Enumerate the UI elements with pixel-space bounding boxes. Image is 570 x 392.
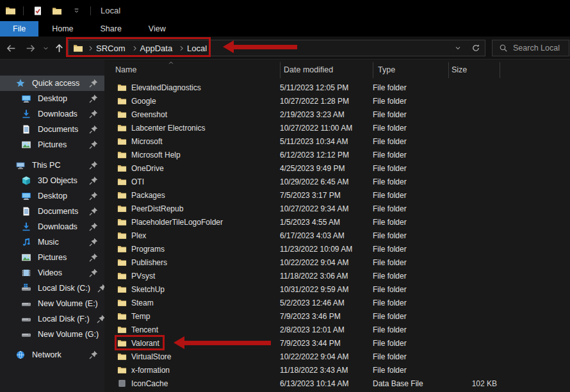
sidebar-item[interactable]: Downloads (0, 219, 104, 234)
file-row[interactable]: Microsoft 5/11/2023 10:34 AM File folder (104, 135, 570, 148)
sidebar-item[interactable]: Local Disk (F:) (0, 311, 104, 327)
file-row[interactable]: Google 10/27/2022 1:28 PM File folder (104, 94, 570, 108)
sidebar-item[interactable]: Quick access (0, 76, 104, 91)
pin-icon (88, 222, 99, 232)
breadcrumb-folder-icon (73, 43, 83, 53)
search-input[interactable] (513, 44, 564, 53)
sidebar-item-label: Music (38, 238, 59, 247)
folder-icon (117, 217, 127, 227)
chevron-right-icon (177, 44, 186, 53)
breadcrumb-item[interactable]: Local (174, 44, 209, 53)
file-name: Microsoft Help (131, 151, 181, 159)
pin-icon (88, 94, 99, 104)
file-row[interactable]: ElevatedDiagnostics 5/11/2023 12:05 PM F… (104, 81, 570, 94)
file-row[interactable]: Packages 7/5/2023 3:17 PM File folder (104, 188, 570, 202)
forward-button[interactable] (24, 42, 36, 54)
ribbon-tab[interactable]: Home (38, 21, 86, 37)
ribbon-tab-bar: File Home Share View (0, 21, 570, 37)
sidebar-item[interactable]: Documents (0, 122, 104, 137)
file-row[interactable]: Steam 5/2/2023 12:46 AM File folder (104, 296, 570, 309)
folder-icon (117, 352, 127, 361)
breadcrumb-label: AppData (140, 44, 173, 53)
sidebar-item-label: Quick access (32, 79, 79, 88)
music-icon (21, 237, 31, 247)
file-row[interactable]: SketchUp 10/31/2022 9:59 AM File folder (104, 282, 570, 296)
file-row[interactable]: Temp 7/9/2023 3:46 PM File folder (104, 309, 570, 323)
sidebar-item-label: Videos (38, 268, 62, 277)
sidebar-item-label: 3D Objects (38, 176, 77, 185)
file-date-modified: 2/19/2023 3:23 AM (280, 110, 373, 119)
sidebar-item[interactable]: Pictures (0, 137, 104, 152)
address-history-dropdown-button[interactable] (449, 40, 467, 56)
column-header-type[interactable]: Type (378, 65, 395, 74)
sidebar-item[interactable]: Videos (0, 265, 104, 281)
refresh-button[interactable] (467, 40, 485, 56)
file-row[interactable]: Plex 6/17/2023 4:03 AM File folder (104, 229, 570, 242)
file-row[interactable]: Greenshot 2/19/2023 3:23 AM File folder (104, 108, 570, 121)
sidebar-item[interactable]: Pictures (0, 250, 104, 265)
folder-icon (117, 150, 127, 159)
pin-icon (88, 160, 99, 170)
file-explorer-window: Local File Home Share View (0, 0, 570, 392)
column-header-date-modified[interactable]: Date modified (284, 65, 333, 74)
folder-icon (117, 96, 127, 106)
sidebar-item[interactable]: Desktop (0, 188, 104, 204)
ribbon-tab[interactable]: File (0, 21, 38, 37)
sidebar-item[interactable]: 3D Objects (0, 173, 104, 188)
ribbon-tab-label: Home (52, 24, 73, 33)
column-separator (448, 62, 449, 78)
column-header-size[interactable]: Size (452, 65, 467, 74)
file-type: File folder (373, 285, 448, 294)
file-date-modified: 4/25/2023 9:49 PM (280, 164, 373, 173)
breadcrumb-item[interactable]: AppData (127, 44, 175, 53)
file-row[interactable]: PeerDistRepub 10/27/2022 9:34 AM File fo… (104, 202, 570, 215)
folder-icon (117, 338, 127, 348)
up-button[interactable] (53, 42, 65, 54)
file-row[interactable]: OTI 10/29/2022 6:45 AM File folder (104, 175, 570, 188)
file-row[interactable]: Tencent 2/8/2023 12:01 AM File folder (104, 323, 570, 336)
folder-icon (117, 123, 127, 133)
pin-icon (88, 176, 99, 186)
file-row[interactable]: VirtualStore 10/22/2022 9:04 AM File fol… (104, 350, 570, 363)
address-buttons (449, 40, 485, 56)
file-row[interactable]: IconCache 6/13/2023 10:14 AM Data Base F… (104, 377, 570, 390)
qat-new-folder-button[interactable] (50, 4, 64, 18)
breadcrumb-item[interactable]: SRCom (83, 44, 127, 53)
file-row[interactable]: x-formation 11/18/2022 3:43 AM File fold… (104, 363, 570, 377)
sidebar-item[interactable]: Music (0, 234, 104, 250)
pin-icon (88, 78, 99, 88)
sidebar-item[interactable]: Network (0, 347, 104, 363)
sidebar-item[interactable]: Desktop (0, 91, 104, 106)
file-row[interactable]: PVsyst 11/18/2022 3:06 AM File folder (104, 269, 570, 282)
file-row[interactable]: Programs 11/23/2022 10:09 AM File folder (104, 242, 570, 256)
file-row[interactable]: Microsoft Help 6/12/2023 12:12 PM File f… (104, 148, 570, 161)
sidebar-item[interactable]: New Volume (E:) (0, 296, 104, 311)
sidebar-item[interactable]: Downloads (0, 106, 104, 122)
sidebar-item-label: Local Disk (F:) (38, 314, 90, 323)
file-type: File folder (373, 272, 448, 281)
file-date-modified: 7/9/2023 3:44 PM (280, 339, 373, 348)
ribbon-tab[interactable]: View (135, 21, 179, 37)
file-row[interactable]: Valorant 7/9/2023 3:44 PM File folder (104, 336, 570, 350)
sidebar-item[interactable]: New Volume (G:) (0, 327, 104, 342)
explorer-body: Quick access Desktop Downloads (0, 60, 570, 392)
file-name: Programs (131, 245, 165, 254)
file-row[interactable]: Labcenter Electronics 10/27/2022 11:00 A… (104, 121, 570, 135)
qat-properties-button[interactable] (31, 4, 45, 18)
checkmark-document-icon (33, 6, 43, 16)
file-row[interactable]: Publishers 10/22/2022 9:04 AM File folde… (104, 256, 570, 269)
sidebar-item[interactable]: Local Disk (C:) (0, 281, 104, 296)
file-name: Google (131, 97, 156, 106)
address-breadcrumb-bar[interactable]: SRCom AppData Local (68, 40, 485, 56)
file-row[interactable]: OneDrive 4/25/2023 9:49 PM File folder (104, 161, 570, 175)
qat-customize-dropdown-button[interactable] (69, 4, 83, 18)
file-row[interactable]: PlaceholderTileLogoFolder 1/5/2023 4:55 … (104, 215, 570, 229)
sidebar-item[interactable]: Documents (0, 204, 104, 219)
recent-locations-button[interactable] (40, 42, 51, 54)
titlebar-separator (23, 6, 24, 15)
back-button[interactable] (5, 42, 17, 54)
file-name-cell: Labcenter Electronics (104, 123, 280, 133)
ribbon-tab[interactable]: Share (87, 21, 135, 37)
column-header-name[interactable]: Name (115, 65, 136, 74)
sidebar-item[interactable]: This PC (0, 158, 104, 173)
